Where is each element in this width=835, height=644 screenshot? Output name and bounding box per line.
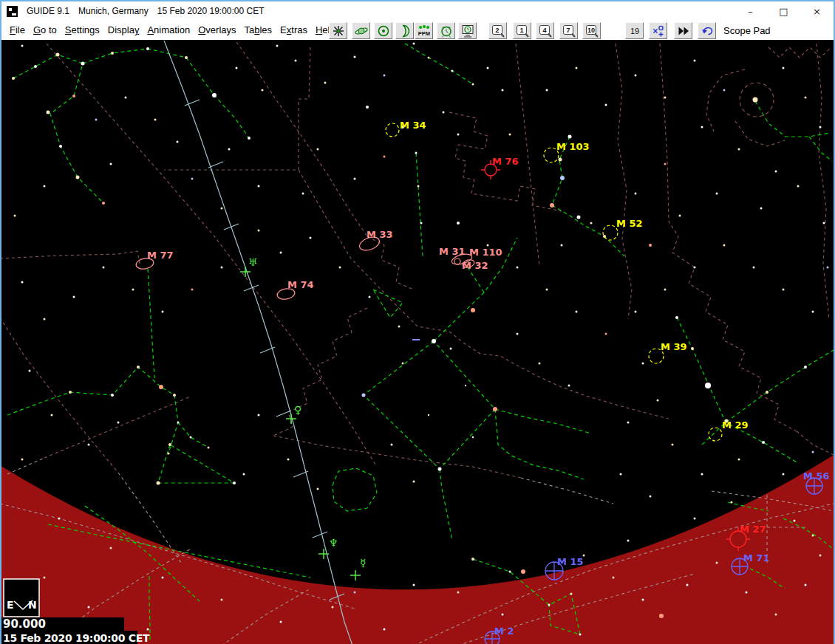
menu-overlays[interactable]: Overlays [198, 24, 236, 35]
menu-goto[interactable]: Go to [33, 24, 57, 35]
messier-label[interactable]: M 56 [803, 470, 830, 482]
system-time-button[interactable] [458, 22, 477, 39]
star [276, 45, 279, 47]
star [650, 496, 652, 498]
zoom-level-1-button[interactable]: 1 [513, 22, 531, 39]
star [177, 422, 180, 424]
slew-telescope-button[interactable] [329, 22, 347, 39]
star [208, 447, 210, 449]
star [125, 97, 127, 99]
messier-label[interactable]: M 110 [469, 247, 502, 258]
messier-label[interactable]: M 76 [492, 156, 519, 167]
star [579, 634, 582, 636]
star [723, 244, 726, 247]
level-19-button[interactable]: 19 [625, 22, 644, 39]
star [664, 289, 667, 291]
moon-button[interactable] [395, 22, 414, 39]
uranus-symbol[interactable]: ♅ [248, 256, 258, 268]
messier-label[interactable]: M 71 [743, 552, 770, 564]
planets-button[interactable] [352, 22, 370, 39]
star [69, 391, 72, 394]
close-button[interactable]: × [800, 1, 834, 21]
messier-label[interactable]: M 27 [740, 524, 766, 535]
messier-label[interactable]: M 103 [556, 141, 590, 152]
time-dialog-button[interactable] [437, 22, 455, 39]
star [21, 281, 24, 284]
star [137, 366, 140, 369]
star [550, 203, 554, 208]
menu-tables[interactable]: Tables [245, 24, 273, 35]
compass-box [4, 579, 39, 617]
star [58, 518, 61, 520]
scope-pad-button[interactable]: Scope Pad [723, 25, 771, 36]
neptune-symbol[interactable]: ♆ [329, 537, 338, 549]
star [159, 385, 163, 389]
sky-chart[interactable]: M 34M 103M 52M 39M 29M 76M 27M 33M 31M 1… [1, 40, 834, 644]
star [44, 318, 46, 321]
maximize-button[interactable]: □ [767, 1, 800, 21]
star [560, 176, 565, 180]
minimize-button[interactable]: – [734, 1, 767, 21]
star [413, 584, 415, 586]
venus-symbol[interactable]: ♀ [294, 404, 301, 416]
star [14, 215, 16, 217]
messier-label[interactable]: M 34 [400, 120, 426, 131]
svg-text:2: 2 [495, 27, 499, 34]
star [21, 45, 24, 47]
star [391, 444, 393, 446]
app-window: GUIDE 9.1 Munich, Germany 15 Feb 2020 19… [0, 0, 835, 644]
messier-label[interactable]: M 52 [616, 218, 643, 229]
zoom-level-2-button[interactable]: 2 [488, 22, 507, 39]
star [797, 185, 800, 188]
star [243, 473, 245, 476]
zoom-level-10-button[interactable]: 10 [582, 22, 601, 39]
star [95, 119, 98, 121]
messier-label[interactable]: M 29 [722, 419, 749, 431]
zoom-level-7-button[interactable]: 7 [559, 22, 578, 39]
fast-forward-button[interactable] [674, 22, 692, 39]
messier-label[interactable]: M 31 [439, 246, 466, 257]
user-objects-button[interactable] [649, 22, 667, 39]
mercury-symbol[interactable]: ☿ [360, 557, 367, 569]
messier-label[interactable]: M 33 [367, 229, 393, 240]
star [783, 473, 785, 476]
star [236, 67, 238, 69]
star-catalog-button[interactable]: PPM [415, 22, 433, 39]
star [686, 584, 689, 586]
menu-settings[interactable]: Settings [65, 24, 100, 35]
star [577, 216, 581, 219]
star [517, 267, 519, 269]
star [147, 628, 149, 631]
star [450, 348, 452, 350]
messier-label[interactable]: M 2 [494, 626, 514, 637]
zoom-level-4-button[interactable]: 4 [536, 22, 554, 39]
star [701, 126, 703, 129]
star [659, 614, 664, 618]
messier-label[interactable]: M 74 [287, 279, 314, 290]
star [262, 89, 264, 92]
star [819, 555, 822, 557]
star [760, 208, 763, 210]
star [679, 215, 681, 217]
messier-label[interactable]: M 15 [557, 556, 584, 567]
undo-button[interactable] [698, 22, 716, 39]
star [570, 593, 573, 595]
menu-display[interactable]: Display [108, 24, 140, 35]
title-bar: GUIDE 9.1 Munich, Germany 15 Feb 2020 19… [1, 1, 834, 21]
star [418, 185, 420, 188]
menu-file[interactable]: File [10, 24, 25, 35]
menu-animation[interactable]: Animation [147, 24, 190, 35]
star [465, 385, 466, 386]
sun-button[interactable] [374, 22, 392, 39]
star [185, 56, 188, 59]
messier-label[interactable]: M 39 [661, 341, 687, 352]
star [72, 95, 75, 97]
menu-bar: FileGo toSettingsDisplayAnimationOverlay… [1, 21, 834, 41]
messier-label[interactable]: M 77 [147, 250, 174, 261]
messier-label[interactable]: M 32 [462, 260, 488, 271]
star [21, 459, 24, 461]
star [146, 47, 149, 50]
star [576, 311, 578, 313]
menu-extras[interactable]: Extras [280, 24, 307, 35]
star [766, 391, 768, 394]
